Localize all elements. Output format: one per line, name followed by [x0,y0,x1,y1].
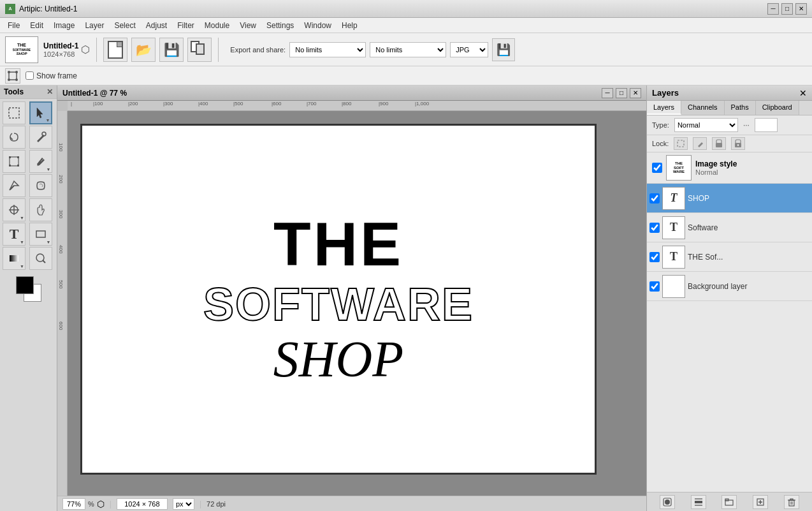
blend-mode-select[interactable]: Normal [674,118,738,132]
lock-position-button[interactable] [712,137,726,150]
add-mask-button[interactable] [660,495,675,509]
export-quality-select[interactable]: No limits [370,42,446,57]
status-separator2: | [199,500,201,508]
tools-header: Tools ✕ [0,85,57,99]
menu-image[interactable]: Image [48,20,80,31]
export-size-select[interactable]: No limits [289,42,366,57]
background-layer-visibility[interactable] [649,281,660,292]
svg-point-2 [15,71,18,73]
minimize-button[interactable]: ─ [767,3,779,15]
menu-filter[interactable]: Filter [172,20,199,31]
canvas-scroll-area[interactable]: | |100 |200 |300 |400 |500 |600 |700 |80… [57,101,646,496]
delete-layer-button[interactable] [784,495,799,509]
show-frame-label[interactable]: Show frame [25,71,77,80]
canvas-document-area[interactable]: THE SOFTWARE SHOP [68,111,646,496]
export-button[interactable] [187,38,212,62]
tools-close-button[interactable]: ✕ [47,87,53,96]
lock-transparency-button[interactable] [674,137,688,150]
layer-effects-button[interactable] [691,495,706,509]
tab-paths[interactable]: Paths [725,101,756,115]
layer-row-the-sof[interactable]: T THE Sof... [647,242,812,272]
new-group-button[interactable] [721,495,737,509]
dropper-tool-button[interactable]: ▼ [29,150,52,173]
software-layer-name: Software [688,223,718,232]
lock-all-button[interactable] [731,137,745,150]
new-document-button[interactable] [103,38,127,62]
foreground-color-box[interactable] [16,276,34,294]
tab-layers[interactable]: Layers [647,101,681,115]
layers-close-button[interactable]: ✕ [799,88,807,98]
layer-row-background[interactable]: Background layer [647,272,812,301]
svg-rect-12 [9,165,11,167]
selection-tool-button[interactable] [3,101,25,124]
ink-tool-button[interactable] [29,126,52,149]
close-button[interactable]: ✕ [795,3,807,15]
zoom-tool-button[interactable] [29,247,52,270]
menu-file[interactable]: File [3,20,25,31]
export-format-select[interactable]: JPG [450,42,488,57]
svg-point-4 [15,78,18,81]
transform-tool-button[interactable] [5,68,20,84]
status-separator: | [110,500,112,508]
shop-layer-visibility[interactable] [649,193,660,204]
menu-adjust[interactable]: Adjust [141,20,172,31]
doc-thumbnail: THE SOFTWARE SHOP [5,36,38,63]
background-layer-thumbnail [662,275,685,298]
image-style-visibility[interactable] [652,163,662,173]
zoom-input[interactable] [62,498,85,510]
move-tool-button[interactable]: ▼ [29,101,52,124]
secondary-toolbar: Show frame [0,66,812,85]
tab-clipboard[interactable]: Clipboard [756,101,799,115]
lock-paint-button[interactable] [693,137,707,150]
svg-rect-35 [789,500,794,506]
unit-select[interactable]: px [173,498,194,510]
menu-view[interactable]: View [235,20,261,31]
menu-module[interactable]: Module [199,20,235,31]
export-action-button[interactable]: 💾 [492,38,515,61]
color-selector[interactable] [16,276,41,302]
tab-channels[interactable]: Channels [681,101,724,115]
zoom-increment-button[interactable]: ⬡ [97,499,105,509]
menu-settings[interactable]: Settings [261,20,299,31]
canvas-size-input[interactable] [117,498,168,510]
layer-row-software[interactable]: T Software [647,213,812,242]
finger-tool-button[interactable] [29,198,52,221]
the-sof-layer-visibility[interactable] [649,252,660,262]
ruler-corner [57,101,68,111]
menu-layer[interactable]: Layer [80,20,109,31]
menu-select[interactable]: Select [109,20,140,31]
gradient-tool-button[interactable]: ▼ [3,247,25,270]
canvas-close-button[interactable]: ✕ [630,88,641,98]
rect-shape-button[interactable]: ▼ [29,223,52,246]
new-layer-button[interactable] [753,495,768,509]
dots-button[interactable]: ··· [743,121,750,130]
layers-footer [647,492,812,511]
maximize-button[interactable]: □ [781,3,793,15]
text-tool-button[interactable]: T ▼ [3,223,25,246]
lasso-tool-button[interactable] [3,126,25,149]
text-shop: SHOP [273,334,403,385]
clone-tool-button[interactable]: ▼ [3,198,25,221]
menu-edit[interactable]: Edit [25,20,48,31]
title-controls: ─ □ ✕ [767,3,807,15]
menu-help[interactable]: Help [337,20,363,31]
horizontal-ruler: | |100 |200 |300 |400 |500 |600 |700 |80… [68,101,646,111]
svg-marker-6 [37,108,43,118]
smudge-tool-button[interactable] [29,174,52,197]
opacity-input[interactable]: 100 [755,118,778,132]
menu-window[interactable]: Window [299,20,337,31]
open-button[interactable]: 📂 [131,38,156,62]
software-layer-visibility[interactable] [649,223,660,233]
save-button[interactable]: 💾 [159,38,184,62]
transform-button[interactable] [3,150,25,173]
document-info: THE SOFTWARE SHOP Untitled-1 1024×768 ⬡ [5,36,90,63]
layer-row-shop[interactable]: T SHOP [647,184,812,213]
export-section: Export and share: No limits No limits JP… [230,38,515,61]
canvas-minimize-button[interactable]: ─ [602,88,613,98]
canvas-restore-button[interactable]: □ [616,88,627,98]
lock-label: Lock: [652,140,669,147]
svg-rect-13 [17,165,19,167]
svg-rect-15 [36,231,45,237]
pen-tool-button[interactable] [3,174,25,197]
show-frame-checkbox[interactable] [25,71,34,80]
